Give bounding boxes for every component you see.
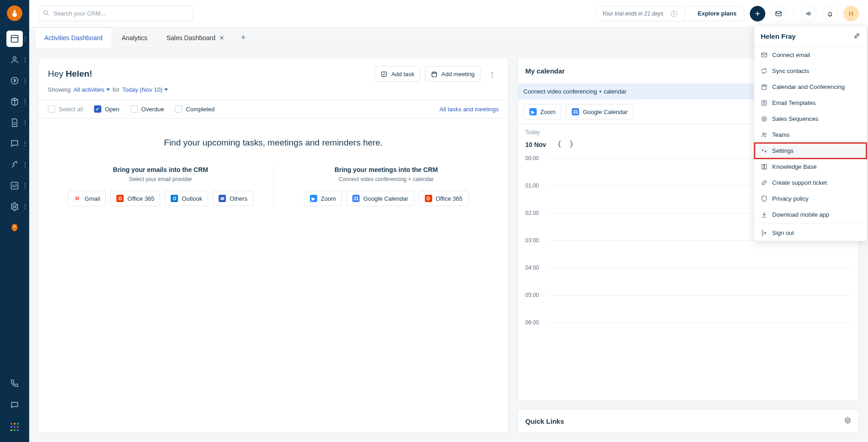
nav-deals[interactable]: ⋮ bbox=[6, 73, 23, 89]
quick-links-settings-icon[interactable] bbox=[844, 417, 851, 425]
hour-label: 01:00 bbox=[525, 182, 544, 189]
all-tasks-link[interactable]: All tasks and meetings bbox=[439, 106, 499, 113]
provider-zoom[interactable]: ▶Zoom bbox=[304, 191, 342, 206]
empty-headline: Find your upcoming tasks, meetings and r… bbox=[48, 138, 499, 148]
nav-journeys[interactable]: ⋮ bbox=[6, 156, 23, 173]
profile-avatar[interactable]: H bbox=[843, 6, 859, 21]
topbar: Your trial ends in 21 days i Explore pla… bbox=[29, 0, 868, 27]
tab-sales-dashboard[interactable]: Sales Dashboard✕ bbox=[157, 27, 234, 48]
edit-profile-icon[interactable] bbox=[854, 32, 860, 40]
nav-phone[interactable] bbox=[6, 375, 23, 391]
svg-rect-0 bbox=[11, 36, 18, 42]
nav-dashboard[interactable]: ⋮ bbox=[6, 31, 23, 47]
calendar-next-button[interactable]: 〉 bbox=[569, 138, 578, 151]
menu-email-templates[interactable]: Email Templates bbox=[754, 95, 867, 111]
trial-banner: Your trial ends in 21 days i Explore pla… bbox=[596, 6, 744, 21]
filter-overdue-checkbox[interactable]: Overdue bbox=[131, 105, 164, 113]
svg-point-16 bbox=[762, 117, 767, 121]
close-icon[interactable]: ✕ bbox=[219, 34, 225, 42]
select-all-checkbox[interactable]: Select all bbox=[48, 105, 83, 113]
svg-point-4 bbox=[14, 206, 16, 208]
hour-label: 02:00 bbox=[525, 210, 544, 216]
left-nav: ⋮ ⋮ ⋮ ⋮ ⋮ ⋮ ⋮ ⋮ ⋮ bbox=[0, 0, 29, 442]
filters-row: Showing All activities for Today (Nov 10… bbox=[39, 86, 508, 99]
notifications-icon[interactable] bbox=[822, 6, 838, 21]
meetings-card-title: Bring your meetings into the CRM bbox=[288, 166, 486, 173]
menu-sign-out[interactable]: Sign out bbox=[754, 225, 867, 241]
provider-others[interactable]: ✉Others bbox=[213, 191, 253, 206]
menu-privacy-policy[interactable]: Privacy policy bbox=[754, 191, 867, 207]
menu-teams[interactable]: Teams bbox=[754, 127, 867, 143]
hour-label: 04:00 bbox=[525, 265, 544, 271]
svg-rect-13 bbox=[762, 85, 767, 89]
add-tab-button[interactable]: + bbox=[234, 27, 252, 48]
nav-reports[interactable]: ⋮ bbox=[6, 177, 23, 194]
activities-panel: Hey Helen! Add task Add meeting ⋮ bbox=[38, 57, 508, 433]
hour-label: 03:00 bbox=[525, 237, 544, 244]
nav-apps[interactable] bbox=[6, 419, 23, 435]
svg-point-15 bbox=[763, 118, 765, 120]
tab-label: Sales Dashboard bbox=[167, 34, 215, 42]
svg-point-11 bbox=[847, 420, 849, 421]
hour-label: 00:00 bbox=[525, 155, 544, 161]
filter-date-dropdown[interactable]: Today (Nov 10) bbox=[122, 86, 168, 93]
menu-sales-sequences[interactable]: Sales Sequences bbox=[754, 111, 867, 127]
tab-activities-dashboard[interactable]: Activities Dashboard bbox=[35, 27, 112, 48]
announcements-icon[interactable] bbox=[801, 6, 817, 21]
add-task-button[interactable]: Add task bbox=[375, 66, 420, 82]
more-actions-button[interactable]: ⋮ bbox=[485, 66, 499, 82]
provider-gmail[interactable]: MGmail bbox=[68, 191, 106, 206]
provider-outlook[interactable]: OOutlook bbox=[165, 191, 208, 206]
nav-settings[interactable]: ⋮ bbox=[6, 198, 23, 215]
info-icon[interactable]: i bbox=[671, 10, 677, 17]
menu-download-mobile-app[interactable]: Download mobile app bbox=[754, 207, 867, 223]
menu-connect-email[interactable]: Connect email bbox=[754, 47, 867, 63]
nav-contacts[interactable]: ⋮ bbox=[6, 52, 23, 68]
tab-analytics[interactable]: Analytics bbox=[112, 27, 157, 48]
calendar-zoom-btn[interactable]: ▶Zoom bbox=[523, 104, 561, 120]
profile-menu: Helen Fray Connect email Sync contacts C… bbox=[754, 26, 867, 241]
svg-point-5 bbox=[14, 226, 15, 227]
nav-chat[interactable] bbox=[6, 397, 23, 413]
filter-activities-dropdown[interactable]: All activities bbox=[73, 86, 110, 93]
chevron-down-icon bbox=[106, 88, 110, 91]
chevron-down-icon bbox=[164, 88, 168, 91]
search-input[interactable] bbox=[38, 6, 193, 21]
filter-completed-checkbox[interactable]: Completed bbox=[175, 105, 214, 113]
menu-calendar-conferencing[interactable]: Calendar and Conferencing bbox=[754, 79, 867, 95]
menu-settings[interactable]: Settings bbox=[754, 143, 867, 159]
filter-open-checkbox[interactable]: Open bbox=[94, 105, 120, 113]
menu-sync-contacts[interactable]: Sync contacts bbox=[754, 63, 867, 79]
menu-create-support-ticket[interactable]: Create support ticket bbox=[754, 175, 867, 191]
quick-add-button[interactable] bbox=[750, 6, 765, 21]
email-icon[interactable] bbox=[771, 6, 786, 21]
calendar-prev-button[interactable]: 〈 bbox=[553, 138, 562, 151]
quick-links-panel: Quick Links bbox=[518, 409, 859, 433]
provider-office365[interactable]: OOffice 365 bbox=[110, 191, 160, 206]
greeting: Hey Helen! bbox=[48, 69, 92, 79]
tab-label: Analytics bbox=[122, 34, 147, 42]
add-meeting-button[interactable]: Add meeting bbox=[425, 66, 481, 82]
calendar-gcal-btn[interactable]: 31Google Calendar bbox=[566, 104, 633, 120]
nav-conversations[interactable]: ⋮ bbox=[6, 135, 23, 152]
svg-point-17 bbox=[763, 133, 764, 135]
hour-label: 06:00 bbox=[525, 319, 544, 326]
nav-products[interactable]: ⋮ bbox=[6, 94, 23, 110]
menu-knowledge-base[interactable]: Knowledge Base bbox=[754, 159, 867, 175]
explore-plans-button[interactable]: Explore plans bbox=[692, 7, 742, 20]
search-icon bbox=[43, 10, 49, 17]
emails-card-title: Bring your emails into the CRM bbox=[62, 166, 260, 173]
svg-point-1 bbox=[13, 57, 16, 60]
nav-rocket[interactable] bbox=[6, 219, 23, 236]
svg-point-18 bbox=[765, 133, 766, 135]
nav-documents[interactable]: ⋮ bbox=[6, 114, 23, 131]
quick-links-title: Quick Links bbox=[525, 417, 564, 425]
tabs-row: Activities Dashboard Analytics Sales Das… bbox=[29, 27, 868, 48]
svg-rect-9 bbox=[432, 72, 437, 77]
brand-logo[interactable] bbox=[7, 5, 22, 21]
provider-google-calendar[interactable]: 31Google Calendar bbox=[346, 191, 414, 206]
meetings-card-sub: Connect video conferencing + calendar bbox=[288, 176, 486, 182]
calendar-date: 10 Nov bbox=[525, 141, 546, 148]
trial-text: Your trial ends in 21 days bbox=[602, 10, 664, 17]
provider-office365-cal[interactable]: OOffice 365 bbox=[419, 191, 469, 206]
